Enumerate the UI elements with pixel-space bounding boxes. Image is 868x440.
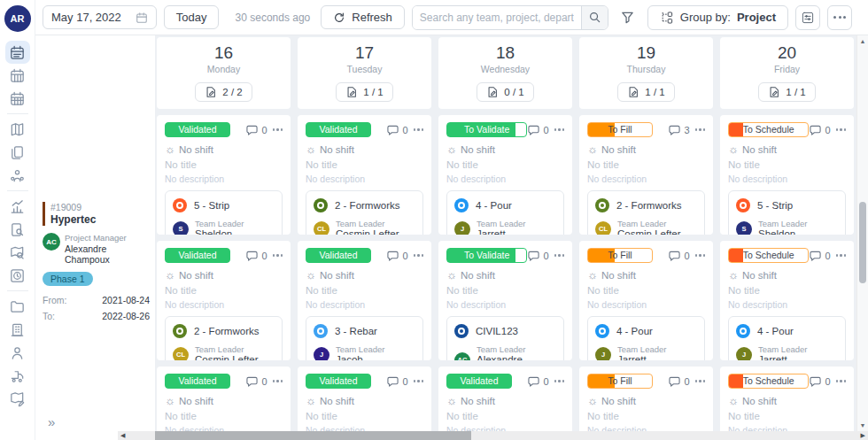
scroll-up-arrow[interactable]: ▲ [857,38,868,44]
card-menu-button[interactable] [695,128,706,131]
team-leader-item[interactable]: CLTeam LeaderCosmin Lefter [595,219,697,235]
scroll-left-arrow[interactable]: ◀ [120,431,125,440]
comments-button[interactable]: 3 [668,124,689,135]
team-leader-item[interactable]: CLTeam LeaderCosmin Lefter [314,219,415,235]
day-report-count[interactable]: 2 / 2 [195,82,252,102]
card-menu-button[interactable] [554,380,565,382]
comments-button[interactable]: 0 [245,250,267,261]
nav-planning-day[interactable] [5,41,30,64]
nav-people[interactable] [5,341,30,364]
day-header[interactable]: 18Wednesday0 / 1 [438,37,572,109]
card-menu-button[interactable] [273,128,283,131]
nav-planning-week[interactable] [5,64,30,87]
status-badge[interactable]: To Fill [587,248,653,263]
comments-button[interactable]: 0 [809,375,830,387]
comments-button[interactable]: 0 [245,124,267,135]
day-report-count[interactable]: 1 / 1 [336,82,392,102]
day-header[interactable]: 20Friday1 / 1 [720,37,854,109]
card-menu-button[interactable] [836,254,847,257]
status-badge[interactable]: Validated [306,248,371,263]
date-picker[interactable]: May 17, 2022 [43,5,157,29]
shift-card[interactable]: Validated0☼No shiftNo titleNo descriptio… [157,241,291,360]
shift-card[interactable]: To Fill0☼No shiftNo titleNo description [579,367,713,440]
nav-companies[interactable] [5,318,30,341]
nav-equipment[interactable] [5,364,30,387]
team-leader-item[interactable]: ACTeam LeaderAlexandre Champoux [454,344,556,360]
project-list-item[interactable]: #19009 Hypertec AC Project Manager Alexa… [35,202,155,321]
comments-button[interactable]: 0 [527,124,548,135]
comments-button[interactable]: 0 [386,375,407,387]
card-menu-button[interactable] [414,128,424,131]
shift-card[interactable]: To Fill0☼No shiftNo titleNo description4… [579,241,713,360]
shift-card[interactable]: Validated0☼No shiftNo titleNo descriptio… [298,241,431,360]
card-menu-button[interactable] [836,380,847,382]
nav-plans[interactable] [5,118,30,141]
day-report-count[interactable]: 0 / 1 [477,82,533,102]
team-leader-item[interactable]: STeam LeaderSheldon [173,219,275,235]
team-leader-item[interactable]: STeam LeaderSheldon [736,219,838,235]
shift-card[interactable]: Validated0☼No shiftNo titleNo descriptio… [298,115,431,235]
shift-card[interactable]: To Schedule0☼No shiftNo titleNo descript… [720,367,854,440]
task-item[interactable]: 4 - Pour [595,321,697,341]
nav-planning-month[interactable] [5,87,30,110]
more-options-button[interactable] [827,5,852,30]
comments-button[interactable]: 0 [668,250,689,261]
nav-reports[interactable] [5,218,30,241]
card-menu-button[interactable] [695,254,706,257]
shift-card[interactable]: To Validate0☼No shiftNo titleNo descript… [438,241,572,360]
status-badge[interactable]: Validated [306,374,371,389]
search-button[interactable] [581,6,608,29]
comments-button[interactable]: 0 [386,250,407,261]
day-report-count[interactable]: 1 / 1 [758,82,815,102]
comments-button[interactable]: 0 [527,375,548,387]
team-leader-item[interactable]: JTeam LeaderJacob [314,344,415,360]
comments-button[interactable]: 0 [668,375,689,387]
card-menu-button[interactable] [273,380,283,382]
status-badge[interactable]: To Schedule [728,248,809,263]
status-badge[interactable]: Validated [165,248,230,263]
status-badge[interactable]: Validated [165,122,230,137]
card-menu-button[interactable] [414,254,424,257]
team-leader-item[interactable]: CLTeam LeaderCosmin Lefter [173,344,275,360]
filter-button[interactable] [616,5,640,30]
status-badge[interactable]: To Schedule [728,122,809,137]
team-leader-item[interactable]: JTeam LeaderJarrett [454,219,556,235]
shift-card[interactable]: Validated0☼No shiftNo titleNo descriptio… [298,367,431,440]
task-item[interactable]: 4 - Pour [736,321,838,341]
user-avatar[interactable]: AR [4,5,31,32]
shift-card[interactable]: To Fill3☼No shiftNo titleNo description2… [579,115,713,235]
card-menu-button[interactable] [414,380,424,382]
day-header[interactable]: 17Tuesday1 / 1 [298,37,431,109]
scroll-right-arrow[interactable]: ▶ [861,431,865,440]
nav-teams[interactable] [5,164,30,187]
shift-card[interactable]: To Schedule0☼No shiftNo titleNo descript… [720,241,854,360]
day-header[interactable]: 19Thursday1 / 1 [579,37,713,109]
card-menu-button[interactable] [695,380,706,382]
horizontal-scrollbar[interactable]: ◀ ▶ [118,431,868,440]
display-settings-button[interactable] [795,5,820,30]
search-input[interactable] [413,6,581,29]
today-button[interactable]: Today [164,5,220,29]
card-menu-button[interactable] [554,254,565,257]
task-item[interactable]: 2 - Formworks [173,321,275,341]
task-item[interactable]: 4 - Pour [454,196,556,215]
status-badge[interactable]: Validated [165,374,230,389]
shift-card[interactable]: To Validate0☼No shiftNo titleNo descript… [438,115,572,235]
vertical-scrollbar-thumb[interactable] [859,202,866,283]
refresh-button[interactable]: Refresh [321,5,405,29]
nav-projects[interactable] [5,295,30,318]
nav-analytics[interactable] [5,195,30,218]
shift-card[interactable]: To Schedule0☼No shiftNo titleNo descript… [720,115,854,235]
card-menu-button[interactable] [273,254,283,257]
nav-time[interactable] [5,264,30,287]
task-item[interactable]: 2 - Formworks [595,196,697,215]
card-menu-button[interactable] [554,128,565,131]
status-badge[interactable]: To Schedule [728,374,809,389]
status-badge[interactable]: To Fill [587,122,653,137]
status-badge[interactable]: To Validate [446,122,527,137]
comments-button[interactable]: 0 [245,375,267,387]
vertical-scrollbar[interactable]: ▲ ▼ [856,35,868,431]
comments-button[interactable]: 0 [809,124,830,135]
task-item[interactable]: 3 - Rebar [314,321,415,341]
shift-card[interactable]: Validated0☼No shiftNo titleNo descriptio… [438,367,572,440]
